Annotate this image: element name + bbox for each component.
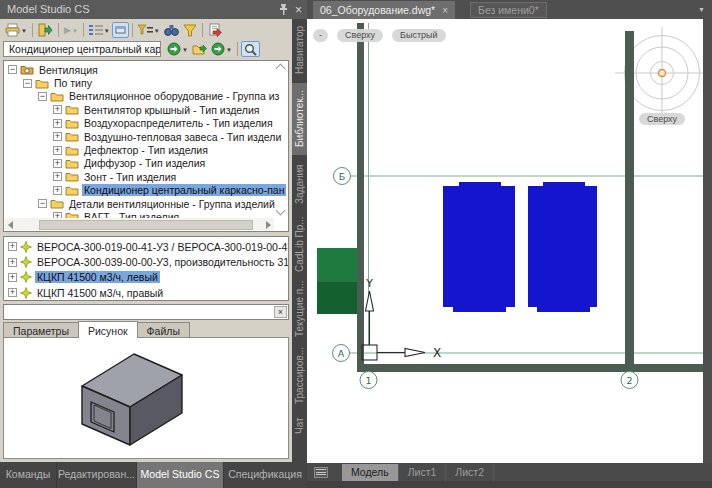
tree-item[interactable]: + Диффузор - Тип изделия bbox=[53, 157, 288, 170]
list-expander[interactable]: + bbox=[8, 288, 17, 297]
scrollbar-thumb[interactable] bbox=[39, 220, 253, 230]
list-item-label[interactable]: КЦКП 41500 м3/ч, правый bbox=[35, 287, 165, 299]
viewport-view-control[interactable]: Сверху bbox=[337, 29, 383, 42]
tab-chat[interactable]: Чат bbox=[292, 411, 307, 441]
list-item-label[interactable]: ВЕРОСА-300-019-00-41-У3 / ВЕРОСА-300-019… bbox=[35, 241, 289, 253]
tree-item-label[interactable]: Вентиляция bbox=[37, 64, 100, 76]
tab-list-dropdown-icon[interactable]: ▼ bbox=[698, 6, 705, 13]
tree-expander[interactable]: + bbox=[53, 119, 62, 128]
file-tab-active[interactable]: 06_Оборудование.dwg* × bbox=[313, 1, 455, 19]
insert-object-button[interactable]: ▼ bbox=[209, 41, 234, 57]
tab-current[interactable]: Текущие п... bbox=[292, 279, 307, 339]
tree-item-selected[interactable]: + Кондиционер центральный каркасно-пан bbox=[53, 184, 288, 197]
list-expander[interactable]: + bbox=[8, 258, 17, 267]
list-expander[interactable]: + bbox=[8, 242, 17, 251]
scroll-right-icon[interactable] bbox=[266, 221, 271, 229]
tab-model[interactable]: Модель bbox=[342, 464, 399, 481]
tree-expander[interactable]: + bbox=[53, 186, 62, 195]
layout-menu-icon[interactable] bbox=[314, 467, 328, 478]
chevron-down-icon[interactable]: ▼ bbox=[104, 28, 110, 34]
tree-item[interactable]: − По типу bbox=[23, 76, 288, 89]
library-tree[interactable]: − Вентиляция − По типу − bbox=[3, 60, 289, 232]
tab-routing[interactable]: Трассиров... bbox=[292, 343, 307, 407]
list-item[interactable]: + ВЕРОСА-300-019-00-41-У3 / ВЕРОСА-300-0… bbox=[4, 239, 288, 254]
tab-library[interactable]: Библиотек... bbox=[292, 83, 307, 155]
search-combo-value[interactable]: Кондиционер центральный карк... bbox=[9, 43, 161, 55]
open-library-button[interactable] bbox=[190, 41, 209, 57]
list-item-selected[interactable]: + КЦКП 41500 м3/ч, левый bbox=[4, 270, 288, 285]
auto-hide-panel-button[interactable] bbox=[112, 22, 129, 38]
view-options-button[interactable]: ▼ bbox=[87, 22, 112, 38]
tree-item[interactable]: + Воздухораспределитель - Тип изделия bbox=[53, 117, 288, 130]
tree-horizontal-scrollbar[interactable] bbox=[5, 218, 274, 230]
list-item[interactable]: + КЦКП 41500 м3/ч, правый bbox=[4, 285, 288, 300]
pin-icon[interactable] bbox=[279, 3, 288, 16]
tab-navigator[interactable]: Навигатор bbox=[292, 20, 307, 80]
tab-parameters[interactable]: Параметры bbox=[3, 322, 79, 338]
run-button[interactable]: ▶ ▼ bbox=[62, 22, 80, 38]
file-tab[interactable]: Без имени0* bbox=[470, 2, 547, 18]
tree-item[interactable]: + Зонт - Тип изделия bbox=[53, 170, 288, 183]
tree-item-label[interactable]: Диффузор - Тип изделия bbox=[82, 157, 207, 169]
tab-cadlib[interactable]: CadLib Пр... bbox=[292, 213, 307, 275]
list-item-label[interactable]: ВЕРОСА-300-039-00-00-У3, производительно… bbox=[35, 256, 289, 268]
tree-expander[interactable]: + bbox=[53, 159, 62, 168]
list-item[interactable]: + ВЕРОСА-300-039-00-00-У3, производитель… bbox=[4, 254, 288, 269]
scroll-left-icon[interactable] bbox=[8, 221, 13, 229]
tree-item-label[interactable]: Детали вентиляционные - Группа изделий bbox=[67, 198, 277, 210]
filter-button[interactable] bbox=[181, 22, 199, 38]
list-filter-field[interactable]: × bbox=[3, 304, 289, 320]
viewport-menu-control[interactable]: - bbox=[313, 29, 328, 42]
find-button[interactable] bbox=[162, 22, 181, 38]
tree-expander[interactable]: + bbox=[53, 105, 62, 114]
tab-files[interactable]: Файлы bbox=[137, 322, 190, 338]
tree-item-label[interactable]: Зонт - Тип изделия bbox=[82, 171, 178, 183]
tree-item[interactable]: − Вентиляция bbox=[8, 63, 288, 76]
tree-expander[interactable]: + bbox=[53, 146, 62, 155]
list-expander[interactable]: + bbox=[8, 273, 17, 282]
tree-expander[interactable]: − bbox=[38, 199, 47, 208]
tab-tasks[interactable]: Задания bbox=[292, 159, 307, 209]
tree-item[interactable]: + Воздушно-тепловая завеса - Тип издели bbox=[53, 130, 288, 143]
tab-drawing[interactable]: Рисунок bbox=[78, 321, 138, 338]
tree-item-label[interactable]: Дефлектор - Тип изделия bbox=[82, 144, 210, 156]
equipment-list[interactable]: + ВЕРОСА-300-019-00-41-У3 / ВЕРОСА-300-0… bbox=[3, 236, 289, 301]
tree-item[interactable]: − Детали вентиляционные - Группа изделий bbox=[38, 197, 288, 210]
tree-expander[interactable]: − bbox=[38, 92, 47, 101]
tree-item[interactable]: − Вентиляционное оборудование - Группа и… bbox=[38, 90, 288, 103]
tab-layout2[interactable]: Лист2 bbox=[446, 464, 494, 481]
tab-specification[interactable]: Спецификация bbox=[224, 462, 306, 488]
search-combo[interactable]: Кондиционер центральный карк... bbox=[3, 41, 161, 57]
compass-view-badge[interactable]: Сверху bbox=[637, 108, 687, 126]
chevron-down-icon[interactable]: ▼ bbox=[21, 28, 27, 34]
tab-layout1[interactable]: Лист1 bbox=[399, 464, 447, 481]
tree-expander[interactable]: + bbox=[53, 172, 62, 181]
tab-commands[interactable]: Команды bbox=[0, 462, 57, 488]
tree-item-label[interactable]: Вентилятор крышный - Тип изделия bbox=[82, 104, 262, 116]
tree-item[interactable]: + Вентилятор крышный - Тип изделия bbox=[53, 103, 288, 116]
tree-item-label[interactable]: Воздушно-тепловая завеса - Тип издели bbox=[82, 131, 283, 143]
find-in-model-button[interactable]: ▼ bbox=[165, 41, 190, 57]
drawing-canvas[interactable]: Б А 1 2 Y X - Сверху Быстр bbox=[307, 19, 703, 463]
chevron-down-icon[interactable]: ▼ bbox=[72, 28, 78, 34]
sync-library-button[interactable] bbox=[36, 22, 55, 38]
filter-by-button[interactable]: ▼ bbox=[136, 22, 162, 38]
close-tab-icon[interactable]: × bbox=[442, 5, 448, 16]
clear-filter-icon[interactable]: × bbox=[274, 306, 287, 318]
close-icon[interactable]: × bbox=[295, 4, 302, 16]
print-button[interactable]: ▼ bbox=[3, 22, 29, 38]
magnifier-button[interactable] bbox=[241, 41, 260, 57]
tree-item-label[interactable]: Воздухораспределитель - Тип изделия bbox=[82, 117, 275, 129]
tree-item-label[interactable]: Кондиционер центральный каркасно-пан bbox=[82, 184, 286, 196]
tree-expander[interactable]: − bbox=[23, 79, 32, 88]
chevron-down-icon[interactable]: ▼ bbox=[226, 47, 232, 53]
viewport-style-control[interactable]: Быстрый bbox=[392, 29, 446, 42]
chevron-down-icon[interactable]: ▼ bbox=[154, 28, 160, 34]
tree-expander[interactable]: + bbox=[53, 132, 62, 141]
paste-special-button[interactable] bbox=[206, 22, 225, 38]
tree-item-label[interactable]: Вентиляционное оборудование - Группа из bbox=[67, 90, 281, 102]
list-item-label[interactable]: КЦКП 41500 м3/ч, левый bbox=[35, 271, 160, 283]
tree-expander[interactable]: − bbox=[8, 65, 17, 74]
chevron-down-icon[interactable]: ▼ bbox=[182, 47, 188, 53]
palette-titlebar[interactable]: Model Studio CS × bbox=[0, 0, 307, 19]
